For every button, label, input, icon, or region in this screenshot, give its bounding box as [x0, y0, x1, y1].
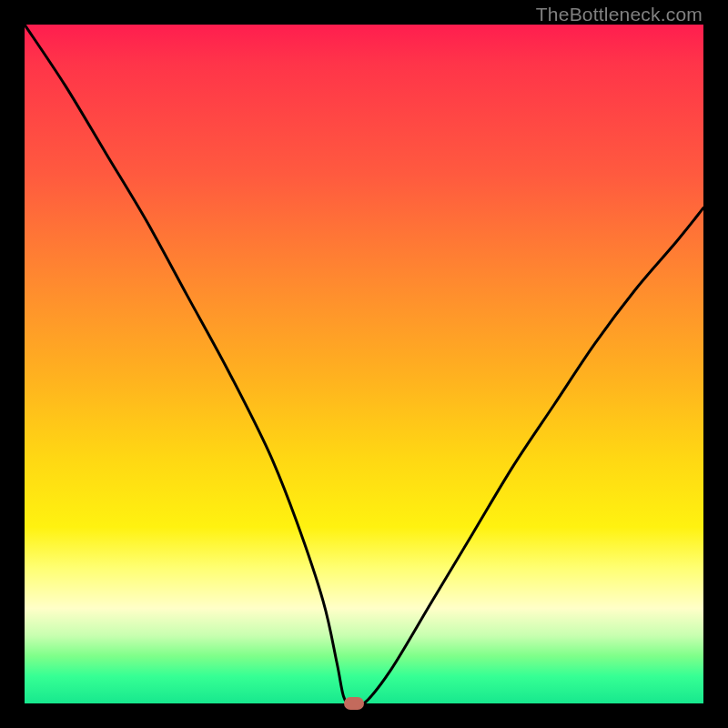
- chart-frame: TheBottleneck.com: [0, 0, 728, 728]
- plot-area: [25, 25, 703, 703]
- bottleneck-curve: [25, 25, 703, 703]
- optimum-marker: [344, 697, 364, 710]
- watermark-text: TheBottleneck.com: [536, 4, 703, 25]
